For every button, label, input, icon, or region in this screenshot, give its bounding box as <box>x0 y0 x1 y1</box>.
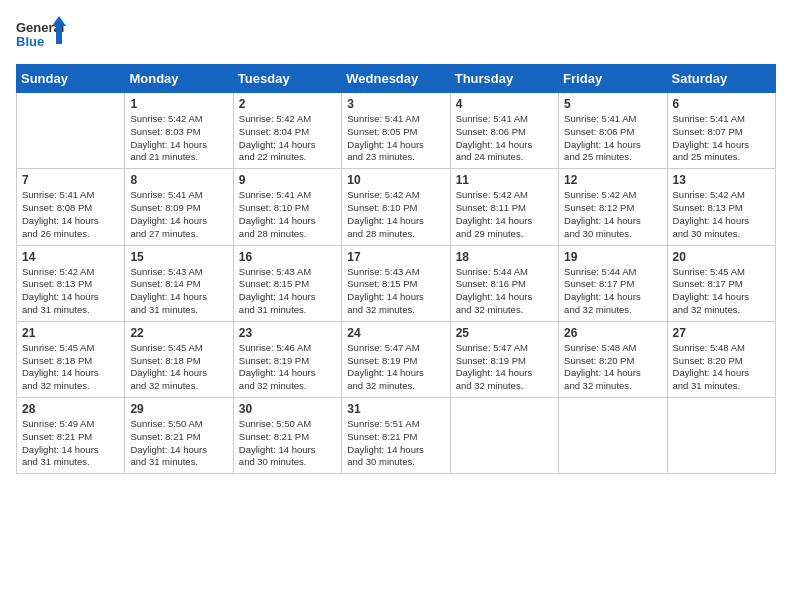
day-info: Sunrise: 5:45 AM Sunset: 8:18 PM Dayligh… <box>130 342 227 393</box>
day-number: 9 <box>239 173 336 187</box>
day-info: Sunrise: 5:44 AM Sunset: 8:17 PM Dayligh… <box>564 266 661 317</box>
calendar-cell: 17Sunrise: 5:43 AM Sunset: 8:15 PM Dayli… <box>342 245 450 321</box>
calendar-cell <box>667 398 775 474</box>
day-number: 24 <box>347 326 444 340</box>
calendar-week-row: 7Sunrise: 5:41 AM Sunset: 8:08 PM Daylig… <box>17 169 776 245</box>
calendar-cell: 30Sunrise: 5:50 AM Sunset: 8:21 PM Dayli… <box>233 398 341 474</box>
day-number: 18 <box>456 250 553 264</box>
logo-svg: General Blue <box>16 16 66 56</box>
day-number: 10 <box>347 173 444 187</box>
calendar-day-header: Monday <box>125 65 233 93</box>
calendar-day-header: Thursday <box>450 65 558 93</box>
day-number: 16 <box>239 250 336 264</box>
day-info: Sunrise: 5:41 AM Sunset: 8:06 PM Dayligh… <box>456 113 553 164</box>
day-info: Sunrise: 5:43 AM Sunset: 8:15 PM Dayligh… <box>239 266 336 317</box>
calendar-cell: 20Sunrise: 5:45 AM Sunset: 8:17 PM Dayli… <box>667 245 775 321</box>
calendar-cell: 27Sunrise: 5:48 AM Sunset: 8:20 PM Dayli… <box>667 321 775 397</box>
calendar-header-row: SundayMondayTuesdayWednesdayThursdayFrid… <box>17 65 776 93</box>
day-info: Sunrise: 5:42 AM Sunset: 8:03 PM Dayligh… <box>130 113 227 164</box>
svg-text:Blue: Blue <box>16 34 44 49</box>
calendar-cell: 2Sunrise: 5:42 AM Sunset: 8:04 PM Daylig… <box>233 93 341 169</box>
calendar-day-header: Friday <box>559 65 667 93</box>
day-number: 8 <box>130 173 227 187</box>
day-number: 13 <box>673 173 770 187</box>
calendar-cell: 9Sunrise: 5:41 AM Sunset: 8:10 PM Daylig… <box>233 169 341 245</box>
calendar-table: SundayMondayTuesdayWednesdayThursdayFrid… <box>16 64 776 474</box>
logo: General Blue <box>16 16 66 56</box>
day-info: Sunrise: 5:47 AM Sunset: 8:19 PM Dayligh… <box>347 342 444 393</box>
day-info: Sunrise: 5:42 AM Sunset: 8:11 PM Dayligh… <box>456 189 553 240</box>
day-info: Sunrise: 5:51 AM Sunset: 8:21 PM Dayligh… <box>347 418 444 469</box>
day-info: Sunrise: 5:47 AM Sunset: 8:19 PM Dayligh… <box>456 342 553 393</box>
day-number: 30 <box>239 402 336 416</box>
day-info: Sunrise: 5:42 AM Sunset: 8:13 PM Dayligh… <box>673 189 770 240</box>
calendar-day-header: Tuesday <box>233 65 341 93</box>
calendar-cell: 21Sunrise: 5:45 AM Sunset: 8:18 PM Dayli… <box>17 321 125 397</box>
day-number: 6 <box>673 97 770 111</box>
day-info: Sunrise: 5:48 AM Sunset: 8:20 PM Dayligh… <box>564 342 661 393</box>
day-number: 7 <box>22 173 119 187</box>
day-number: 12 <box>564 173 661 187</box>
day-info: Sunrise: 5:41 AM Sunset: 8:08 PM Dayligh… <box>22 189 119 240</box>
calendar-cell: 18Sunrise: 5:44 AM Sunset: 8:16 PM Dayli… <box>450 245 558 321</box>
day-info: Sunrise: 5:46 AM Sunset: 8:19 PM Dayligh… <box>239 342 336 393</box>
day-info: Sunrise: 5:45 AM Sunset: 8:17 PM Dayligh… <box>673 266 770 317</box>
day-info: Sunrise: 5:50 AM Sunset: 8:21 PM Dayligh… <box>130 418 227 469</box>
calendar-cell: 23Sunrise: 5:46 AM Sunset: 8:19 PM Dayli… <box>233 321 341 397</box>
calendar-cell <box>450 398 558 474</box>
day-number: 26 <box>564 326 661 340</box>
page-header: General Blue <box>16 16 776 56</box>
day-number: 27 <box>673 326 770 340</box>
day-number: 21 <box>22 326 119 340</box>
calendar-cell: 15Sunrise: 5:43 AM Sunset: 8:14 PM Dayli… <box>125 245 233 321</box>
day-info: Sunrise: 5:49 AM Sunset: 8:21 PM Dayligh… <box>22 418 119 469</box>
calendar-cell: 8Sunrise: 5:41 AM Sunset: 8:09 PM Daylig… <box>125 169 233 245</box>
day-info: Sunrise: 5:42 AM Sunset: 8:10 PM Dayligh… <box>347 189 444 240</box>
calendar-cell: 6Sunrise: 5:41 AM Sunset: 8:07 PM Daylig… <box>667 93 775 169</box>
calendar-cell: 7Sunrise: 5:41 AM Sunset: 8:08 PM Daylig… <box>17 169 125 245</box>
calendar-cell: 24Sunrise: 5:47 AM Sunset: 8:19 PM Dayli… <box>342 321 450 397</box>
calendar-cell: 1Sunrise: 5:42 AM Sunset: 8:03 PM Daylig… <box>125 93 233 169</box>
day-info: Sunrise: 5:41 AM Sunset: 8:07 PM Dayligh… <box>673 113 770 164</box>
day-info: Sunrise: 5:50 AM Sunset: 8:21 PM Dayligh… <box>239 418 336 469</box>
calendar-cell: 28Sunrise: 5:49 AM Sunset: 8:21 PM Dayli… <box>17 398 125 474</box>
calendar-day-header: Sunday <box>17 65 125 93</box>
day-info: Sunrise: 5:45 AM Sunset: 8:18 PM Dayligh… <box>22 342 119 393</box>
calendar-cell: 10Sunrise: 5:42 AM Sunset: 8:10 PM Dayli… <box>342 169 450 245</box>
calendar-cell: 26Sunrise: 5:48 AM Sunset: 8:20 PM Dayli… <box>559 321 667 397</box>
calendar-cell: 12Sunrise: 5:42 AM Sunset: 8:12 PM Dayli… <box>559 169 667 245</box>
calendar-week-row: 21Sunrise: 5:45 AM Sunset: 8:18 PM Dayli… <box>17 321 776 397</box>
day-info: Sunrise: 5:43 AM Sunset: 8:15 PM Dayligh… <box>347 266 444 317</box>
day-info: Sunrise: 5:43 AM Sunset: 8:14 PM Dayligh… <box>130 266 227 317</box>
day-info: Sunrise: 5:42 AM Sunset: 8:04 PM Dayligh… <box>239 113 336 164</box>
calendar-cell: 3Sunrise: 5:41 AM Sunset: 8:05 PM Daylig… <box>342 93 450 169</box>
day-number: 14 <box>22 250 119 264</box>
day-info: Sunrise: 5:48 AM Sunset: 8:20 PM Dayligh… <box>673 342 770 393</box>
day-number: 11 <box>456 173 553 187</box>
calendar-cell: 4Sunrise: 5:41 AM Sunset: 8:06 PM Daylig… <box>450 93 558 169</box>
day-number: 1 <box>130 97 227 111</box>
day-info: Sunrise: 5:42 AM Sunset: 8:13 PM Dayligh… <box>22 266 119 317</box>
calendar-week-row: 28Sunrise: 5:49 AM Sunset: 8:21 PM Dayli… <box>17 398 776 474</box>
calendar-cell <box>17 93 125 169</box>
day-number: 15 <box>130 250 227 264</box>
calendar-cell: 31Sunrise: 5:51 AM Sunset: 8:21 PM Dayli… <box>342 398 450 474</box>
day-number: 3 <box>347 97 444 111</box>
day-number: 25 <box>456 326 553 340</box>
calendar-cell: 19Sunrise: 5:44 AM Sunset: 8:17 PM Dayli… <box>559 245 667 321</box>
calendar-cell: 14Sunrise: 5:42 AM Sunset: 8:13 PM Dayli… <box>17 245 125 321</box>
day-number: 22 <box>130 326 227 340</box>
day-info: Sunrise: 5:42 AM Sunset: 8:12 PM Dayligh… <box>564 189 661 240</box>
calendar-week-row: 1Sunrise: 5:42 AM Sunset: 8:03 PM Daylig… <box>17 93 776 169</box>
day-number: 28 <box>22 402 119 416</box>
day-number: 17 <box>347 250 444 264</box>
calendar-cell: 29Sunrise: 5:50 AM Sunset: 8:21 PM Dayli… <box>125 398 233 474</box>
calendar-day-header: Wednesday <box>342 65 450 93</box>
day-number: 31 <box>347 402 444 416</box>
day-number: 23 <box>239 326 336 340</box>
day-number: 29 <box>130 402 227 416</box>
day-info: Sunrise: 5:41 AM Sunset: 8:10 PM Dayligh… <box>239 189 336 240</box>
calendar-cell: 16Sunrise: 5:43 AM Sunset: 8:15 PM Dayli… <box>233 245 341 321</box>
day-number: 2 <box>239 97 336 111</box>
calendar-cell: 11Sunrise: 5:42 AM Sunset: 8:11 PM Dayli… <box>450 169 558 245</box>
